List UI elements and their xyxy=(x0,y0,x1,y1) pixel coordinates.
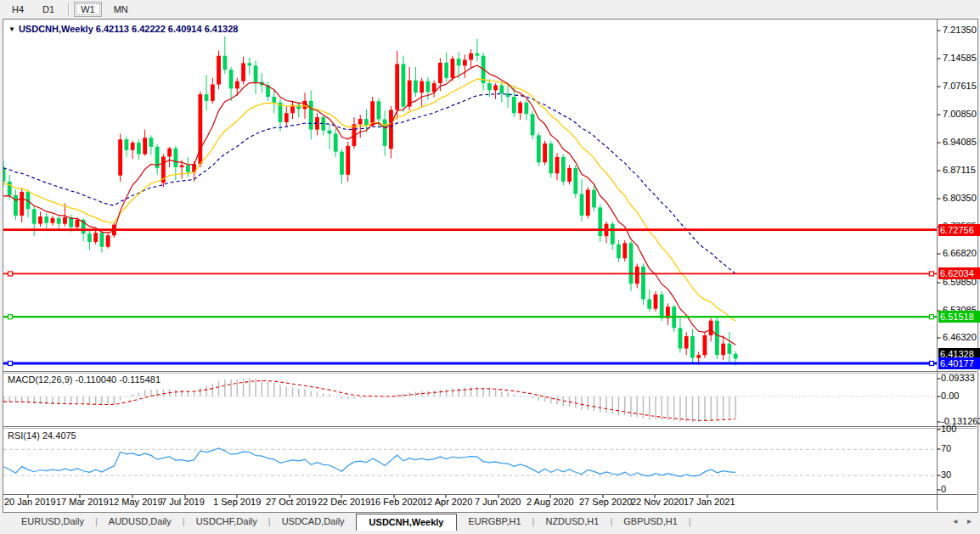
rsi-line xyxy=(3,448,735,477)
chart-title: ▼USDCNH,Weekly 6.42113 6.42222 6.40914 6… xyxy=(8,24,238,34)
tab-eurusd-daily[interactable]: EURUSD,Daily xyxy=(10,514,95,528)
chart-ohlc-values: 6.42113 6.42222 6.40914 6.41328 xyxy=(96,24,239,34)
candle xyxy=(654,295,658,309)
candle xyxy=(149,138,153,147)
candle xyxy=(254,65,258,82)
price-axis-label: 6.87115 xyxy=(943,165,976,176)
candle xyxy=(402,64,406,106)
tab-usdcnh-weekly[interactable]: USDCNH,Weekly xyxy=(356,514,458,531)
candle xyxy=(573,168,577,194)
line-handle[interactable] xyxy=(930,361,934,365)
candle xyxy=(272,97,276,103)
candle xyxy=(303,101,307,110)
rsi-name: RSI(14) xyxy=(8,430,40,441)
date-axis-label: 22 Dec 2019 xyxy=(318,497,370,508)
candle xyxy=(463,60,467,66)
candle xyxy=(383,120,387,146)
candle xyxy=(346,146,350,175)
candle xyxy=(721,344,725,356)
date-axis-label: 7 Jun 2020 xyxy=(475,497,521,508)
candle xyxy=(475,53,479,56)
candle xyxy=(241,63,245,81)
tab-usdchf-daily[interactable]: USDCHF,Daily xyxy=(185,514,268,528)
date-axis-label: 1 Sep 2019 xyxy=(213,497,261,508)
macd-axis-label: 0.09333 xyxy=(941,373,975,384)
date-axis-label: 12 Apr 2020 xyxy=(422,497,472,508)
macd-name: MACD(12,26,9) xyxy=(8,374,72,385)
candle xyxy=(684,336,689,348)
candle xyxy=(51,218,55,223)
candle xyxy=(235,82,239,89)
line-handle[interactable] xyxy=(930,272,934,276)
date-axis-label: 27 Oct 2019 xyxy=(266,497,317,508)
tab-usdcad-daily[interactable]: USDCAD,Daily xyxy=(271,514,356,528)
tab-eurgbp-h1[interactable]: EURGBP,H1 xyxy=(457,514,532,528)
rsi-indicator-label: RSI(14) 24.4075 xyxy=(8,430,76,441)
hline-badge-support-2: 6.40177 xyxy=(938,357,980,369)
tab-scroll-left-icon[interactable]: ◂ xyxy=(953,516,957,526)
candle xyxy=(180,166,184,167)
price-axis-label: 6.80350 xyxy=(943,193,977,204)
candle xyxy=(580,194,584,216)
rsi-pane xyxy=(3,448,938,477)
candle xyxy=(679,328,683,348)
candle xyxy=(561,157,566,182)
candle xyxy=(709,321,713,335)
tab-nzdusd-h1[interactable]: NZDUSD,H1 xyxy=(534,514,610,528)
tab-audusd-daily[interactable]: AUDUSD,Daily xyxy=(98,514,183,528)
rsi-axis-label: 100 xyxy=(941,424,956,435)
candle xyxy=(93,233,98,242)
tab-gbpusd-h1[interactable]: GBPUSD,H1 xyxy=(612,514,689,528)
date-axis-label: 7 Jul 2019 xyxy=(161,497,205,508)
rsi-axis-label: 70 xyxy=(941,443,951,454)
candle xyxy=(370,101,375,125)
candle xyxy=(611,224,615,245)
candle xyxy=(222,56,227,70)
price-axis-label: 6.66820 xyxy=(943,248,977,259)
tab-scroll-right-icon[interactable]: ▸ xyxy=(967,516,972,526)
tab-scroll-arrows: ◂ ▸ xyxy=(945,516,972,526)
candle xyxy=(438,63,442,83)
candle xyxy=(389,110,393,149)
hline-badge-support-1: 6.51518 xyxy=(938,311,980,323)
date-axis-label: 17 Mar 2019 xyxy=(56,497,109,508)
candle xyxy=(537,135,541,162)
symbol-dropdown-icon[interactable]: ▼ xyxy=(8,25,15,33)
candle xyxy=(100,233,104,246)
price-axis-label: 7.07615 xyxy=(943,81,977,92)
macd-pane xyxy=(3,379,938,423)
candle xyxy=(38,216,42,224)
candle xyxy=(543,143,547,162)
chart-canvas[interactable] xyxy=(0,0,980,534)
candle xyxy=(14,195,18,216)
candle xyxy=(426,82,431,93)
hline-badge-resistance-1: 6.72756 xyxy=(938,224,980,236)
rsi-axis-label: 30 xyxy=(941,469,951,481)
candle xyxy=(106,235,110,247)
date-axis-label: 17 Jan 2021 xyxy=(684,497,735,508)
candle xyxy=(450,59,454,78)
date-axis-label: 16 Feb 2020 xyxy=(370,497,423,508)
line-handle[interactable] xyxy=(930,315,934,319)
candle xyxy=(395,64,399,110)
date-axis-label: 20 Jan 2019 xyxy=(4,497,56,508)
candle xyxy=(20,192,24,216)
candle xyxy=(457,59,461,65)
candle xyxy=(118,139,122,175)
date-axis-label: 12 May 2019 xyxy=(109,497,163,508)
hline-badge-resistance-2: 6.62034 xyxy=(938,267,980,279)
candle xyxy=(247,63,251,65)
line-handle[interactable] xyxy=(8,315,13,319)
candle xyxy=(641,267,645,300)
line-handle[interactable] xyxy=(8,361,13,365)
line-handle[interactable] xyxy=(8,272,13,276)
macd-signal-line xyxy=(3,381,735,421)
candle xyxy=(76,220,80,228)
date-axis-label: 27 Sep 2020 xyxy=(579,497,632,508)
candle xyxy=(592,190,596,208)
candle xyxy=(499,85,504,93)
candle xyxy=(531,114,535,135)
candle xyxy=(32,209,37,223)
tab-separator: | xyxy=(689,514,691,526)
chart-symbol: USDCNH,Weekly xyxy=(19,24,93,34)
